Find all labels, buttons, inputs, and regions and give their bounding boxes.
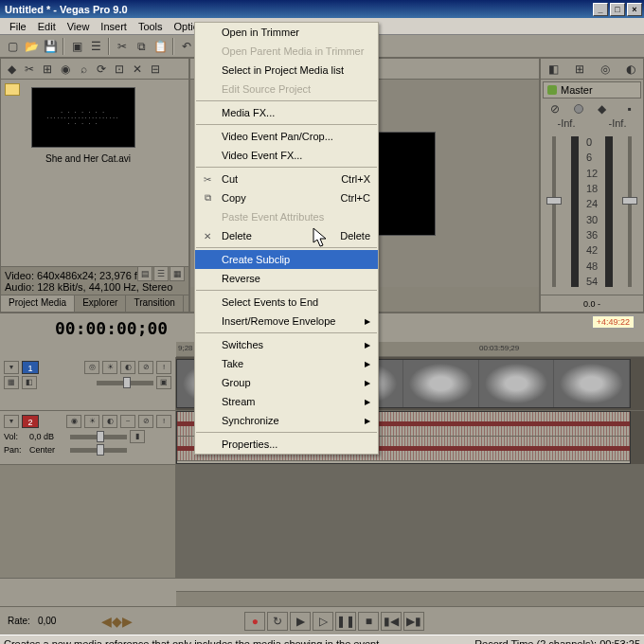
- ctx-delete[interactable]: ✕DeleteDelete: [195, 226, 378, 245]
- context-menu[interactable]: Open in TrimmerOpen Parent Media in Trim…: [194, 22, 379, 455]
- ctx-insert-remove-envelope[interactable]: Insert/Remove Envelope▶: [195, 312, 378, 331]
- undo-icon[interactable]: ↶: [178, 38, 195, 55]
- pm-thumbnails[interactable]: · · · · · · · ····················· · · …: [24, 80, 188, 266]
- volume-slider[interactable]: [70, 435, 127, 439]
- menu-insert[interactable]: Insert: [95, 19, 133, 34]
- pm-tool-icon[interactable]: ◆: [3, 61, 20, 78]
- ctx-select-events-to-end[interactable]: Select Events to End: [195, 293, 378, 312]
- pm-tool-icon[interactable]: ⊞: [39, 61, 56, 78]
- pm-tool-icon[interactable]: ✂: [21, 61, 38, 78]
- ctx-open-in-trimmer[interactable]: Open in Trimmer: [195, 23, 378, 42]
- fx-icon[interactable]: ◎: [597, 61, 614, 78]
- ctx-properties-[interactable]: Properties...: [195, 435, 378, 454]
- track-number[interactable]: 2: [22, 415, 39, 428]
- master-label[interactable]: Master: [543, 81, 641, 98]
- ctx-video-event-pan-crop-[interactable]: Video Event Pan/Crop...: [195, 127, 378, 146]
- timecode-display[interactable]: 00:00:00;00: [55, 318, 168, 338]
- audio-track-header[interactable]: ▾ 2 ◉ ☀ ◐ ~ ⊘ ! Vol: 0,0 dB ▮ Pa: [0, 411, 176, 464]
- folder-icon[interactable]: [5, 83, 20, 96]
- play-button[interactable]: ▷: [313, 612, 333, 631]
- insert-icon[interactable]: ⊞: [571, 61, 588, 78]
- make-parent-icon[interactable]: ◧: [22, 376, 37, 389]
- menu-edit[interactable]: Edit: [32, 19, 62, 34]
- ctx-copy[interactable]: ⧉CopyCtrl+C: [195, 188, 378, 207]
- record-button[interactable]: ●: [244, 612, 265, 631]
- dim-icon[interactable]: ◐: [622, 61, 639, 78]
- track-minimize-icon[interactable]: ▾: [4, 415, 19, 428]
- ctx-cut[interactable]: ✂CutCtrl+X: [195, 170, 378, 188]
- mute-icon[interactable]: ⊘: [138, 361, 153, 374]
- pm-tool-icon[interactable]: ⊟: [147, 61, 164, 78]
- track-fx-icon[interactable]: ☀: [84, 415, 99, 428]
- ctx-create-subclip[interactable]: Create Subclip: [195, 250, 378, 269]
- minimize-button[interactable]: _: [593, 3, 608, 16]
- compositing-icon[interactable]: ▦: [4, 376, 19, 389]
- fader-left[interactable]: [552, 136, 556, 287]
- track-minimize-icon[interactable]: ▾: [4, 361, 19, 374]
- pan-slider[interactable]: [70, 448, 127, 453]
- invert-phase-icon[interactable]: ~: [120, 415, 135, 428]
- slider-thumb[interactable]: [97, 431, 104, 442]
- slider-thumb[interactable]: [97, 444, 104, 456]
- video-track-header[interactable]: ▾ 1 ◎ ☀ ◐ ⊘ ! ▦ ◧ ▣: [0, 357, 176, 410]
- mixer-icon[interactable]: ◧: [546, 61, 563, 78]
- bypass-fx-icon[interactable]: ◎: [84, 361, 99, 374]
- meter-icon[interactable]: ▮: [130, 430, 145, 443]
- timeline-scrollbar[interactable]: [176, 591, 644, 606]
- ctx-select-in-project-media-list[interactable]: Select in Project Media list: [195, 61, 378, 80]
- go-end-button[interactable]: ▶▮: [403, 612, 424, 631]
- ctx-group[interactable]: Group▶: [195, 373, 378, 392]
- view-icon[interactable]: ☰: [153, 266, 169, 281]
- solo-icon[interactable]: ▪: [621, 100, 638, 117]
- scrub-control-icon[interactable]: ◀◆▶: [101, 614, 133, 629]
- pm-tool-icon[interactable]: ⊡: [111, 61, 128, 78]
- pause-button[interactable]: ❚❚: [335, 612, 356, 631]
- cut-icon[interactable]: ✂: [114, 38, 131, 55]
- stop-button[interactable]: ■: [358, 612, 379, 631]
- new-icon[interactable]: ▢: [4, 38, 21, 55]
- loop-region-indicator[interactable]: +4:49:22: [592, 315, 635, 329]
- ctx-reverse[interactable]: Reverse: [195, 269, 378, 288]
- mute-icon[interactable]: ⊘: [138, 415, 153, 428]
- empty-timeline-area[interactable]: [176, 465, 644, 579]
- menu-file[interactable]: File: [4, 19, 32, 34]
- track-motion-icon[interactable]: ▣: [156, 376, 171, 389]
- view-icon[interactable]: ▤: [137, 266, 152, 281]
- view-icon[interactable]: ▦: [170, 266, 185, 281]
- open-icon[interactable]: 📂: [23, 38, 40, 55]
- render-icon[interactable]: ▣: [68, 38, 85, 55]
- copy-icon[interactable]: ⧉: [133, 38, 150, 55]
- pan-knob[interactable]: [574, 104, 583, 114]
- fader-right[interactable]: [628, 136, 632, 287]
- track-number[interactable]: 1: [22, 361, 39, 374]
- tab-explorer[interactable]: Explorer: [75, 295, 126, 312]
- ctx-media-fx-[interactable]: Media FX...: [195, 103, 378, 122]
- pm-tool-icon[interactable]: ⟳: [93, 61, 110, 78]
- paste-icon[interactable]: 📋: [152, 38, 169, 55]
- save-icon[interactable]: 💾: [42, 38, 59, 55]
- level-slider[interactable]: [97, 381, 153, 385]
- solo-icon[interactable]: !: [156, 361, 171, 374]
- pm-tool-icon[interactable]: ◉: [57, 61, 74, 78]
- media-thumbnail[interactable]: · · · · · · · ····················· · · …: [31, 87, 145, 164]
- fader-thumb[interactable]: [546, 197, 562, 205]
- play-start-button[interactable]: ▶: [290, 612, 311, 631]
- ctx-synchronize[interactable]: Synchronize▶: [195, 411, 378, 430]
- pm-tool-icon[interactable]: ✕: [129, 61, 146, 78]
- solo-icon[interactable]: !: [156, 415, 171, 428]
- track-fx-icon[interactable]: ☀: [102, 361, 117, 374]
- ctx-switches[interactable]: Switches▶: [195, 335, 378, 354]
- fx-icon[interactable]: ◆: [594, 100, 611, 117]
- menu-tools[interactable]: Tools: [133, 19, 169, 34]
- ctx-stream[interactable]: Stream▶: [195, 392, 378, 411]
- go-start-button[interactable]: ▮◀: [381, 612, 402, 631]
- pm-tool-icon[interactable]: ⌕: [75, 61, 92, 78]
- mute-icon[interactable]: ⊘: [546, 100, 564, 117]
- tab-project-media[interactable]: Project Media: [1, 295, 75, 312]
- loop-button[interactable]: ↻: [267, 612, 288, 631]
- tab-transition[interactable]: Transition: [126, 295, 184, 312]
- fader-thumb[interactable]: [622, 197, 637, 205]
- close-button[interactable]: ×: [627, 3, 642, 16]
- empty-track-area[interactable]: [0, 465, 176, 578]
- properties-icon[interactable]: ☰: [87, 38, 104, 55]
